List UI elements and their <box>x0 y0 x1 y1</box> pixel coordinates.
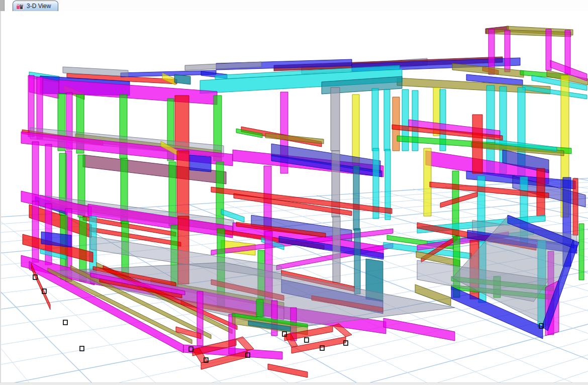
structure-member <box>372 88 378 151</box>
structure-member <box>174 74 190 84</box>
structure-member <box>177 151 189 219</box>
structure-member <box>256 300 263 317</box>
structure-member <box>573 178 578 235</box>
structure-member <box>189 155 211 172</box>
tab-label: 3-D View <box>27 3 51 9</box>
3d-model-canvas[interactable] <box>1 11 588 385</box>
structure-member <box>331 87 340 151</box>
structure-member <box>32 201 39 262</box>
structure-member <box>353 166 359 230</box>
view-tab-bar: 3-D View <box>0 0 588 12</box>
structure-member <box>265 133 324 144</box>
structure-member <box>211 187 392 214</box>
support-marker <box>305 338 309 342</box>
support-marker <box>63 320 67 325</box>
viewport-3d[interactable] <box>0 11 588 385</box>
tab-3d-view[interactable]: 3-D View <box>13 1 58 11</box>
structure-member <box>352 94 359 166</box>
bottom-strip <box>0 382 588 385</box>
structure-member <box>291 337 346 353</box>
structure-member <box>268 364 308 377</box>
app-window: 3-D View <box>0 0 588 385</box>
structure-member <box>505 30 510 72</box>
structure-model <box>21 26 588 377</box>
structure-member <box>579 224 584 280</box>
structure-member <box>333 216 340 282</box>
structure-member <box>354 229 360 294</box>
3d-view-tab-icon <box>16 3 24 10</box>
structure-member <box>32 142 39 202</box>
tab-bar-gutter <box>0 0 5 11</box>
structure-member <box>271 301 277 336</box>
structure-member <box>383 318 455 341</box>
structure-member <box>393 97 400 151</box>
structure-member <box>472 115 482 173</box>
structure-member <box>384 89 390 151</box>
